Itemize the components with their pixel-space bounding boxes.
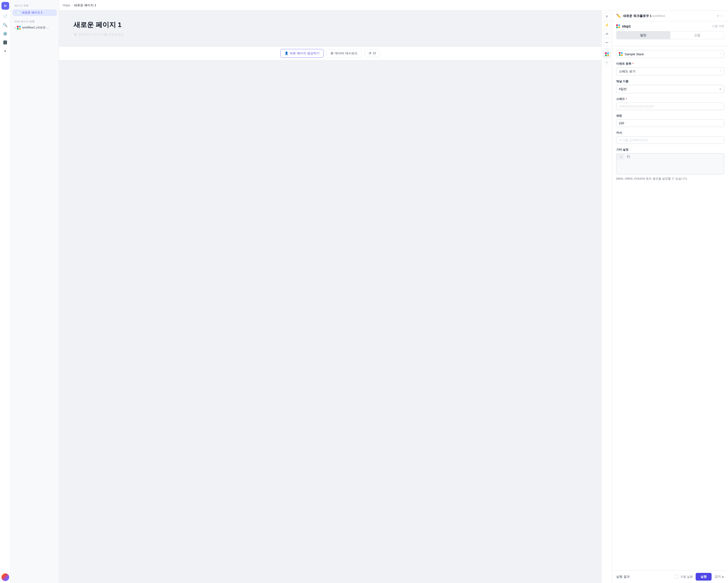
event-type-select-wrapper: 스레드 보기 ⌃ <box>616 67 724 76</box>
thread-required-mark: * <box>626 98 627 101</box>
cursor-label: 커서 <box>616 131 724 135</box>
cursor-input[interactable] <box>616 136 724 144</box>
breadcrumb: Hops / 새로운 페이지 1 <box>59 0 728 10</box>
app-icon[interactable]: H <box>1 2 9 10</box>
toolbar-bolt-btn[interactable]: ⚡ <box>603 21 611 29</box>
toolbar-share-btn[interactable]: ⇄ <box>603 30 611 38</box>
event-required-mark: * <box>632 62 633 66</box>
channel-chevron: ▼ <box>719 88 722 90</box>
page-editor[interactable]: 새로운 페이지 1 '를 입력해서 커보난드를 사용하세요 👤 AI로 페이지 … <box>59 10 601 583</box>
toolbar-history-btn[interactable]: ↩ <box>603 38 611 46</box>
sidebar-sub-item-workflow[interactable]: › workflow1 (새로운 ... <box>12 24 57 31</box>
sidebar-page-label: 새로운 페이지 1 <box>22 10 42 15</box>
connection-select[interactable]: Sample Slack ⌃ <box>616 50 724 58</box>
panel-workflow-title: 새로운 워크플로우 1 workflow1 <box>623 14 665 18</box>
step-delete-btn[interactable]: 스텝 삭제 <box>712 24 724 28</box>
toolbar-add-btn[interactable]: + <box>604 59 610 66</box>
step-section: step1 스텝 삭제 일반 고급 <box>612 21 728 46</box>
breadcrumb-current: 새로운 페이지 1 <box>74 3 96 7</box>
code-line-1: 1 {} <box>617 154 724 160</box>
code-editor[interactable]: 1 {} <box>616 153 724 174</box>
ai-btn-label: AI로 페이지 생성하기 <box>290 51 320 56</box>
connection-value: Sample Slack <box>625 52 644 56</box>
sub-chevron-icon: › <box>15 26 16 29</box>
other-settings-label: 기타 설정 <box>616 148 724 152</box>
icon-bar: H 📄 🔍 ⚙️ 🗄️ ✦ <box>0 0 10 583</box>
slack-logo-small <box>17 26 21 30</box>
limit-input[interactable] <box>616 119 724 127</box>
data-btn-label: 데이터 대시보드 <box>335 51 358 56</box>
close-panel-chevron: ∧ <box>722 575 724 579</box>
ci-icon: ⟳ <box>369 51 371 55</box>
channel-name-select[interactable]: #일반 ▼ <box>616 85 724 93</box>
nav-icon-document[interactable]: 📄 <box>1 12 9 20</box>
auto-run-area: 자동 실행 <box>675 575 693 579</box>
page-icon: 📄 <box>17 11 20 15</box>
nav-icon-search[interactable]: 🔍 <box>1 21 9 29</box>
info-text: latest, oldest, inclusive 등의 옵션을 설정할 수 있… <box>616 176 724 181</box>
thread-group: 스레드 * <box>616 97 724 110</box>
step-title-area: step1 <box>616 24 631 28</box>
panel-header: ✏️ 새로운 워크플로우 1 workflow1 » ··· <box>612 10 728 21</box>
page-title: 새로운 페이지 1 <box>73 20 587 29</box>
tab-advanced[interactable]: 고급 <box>670 31 724 39</box>
slack-icon <box>605 52 609 56</box>
workflow-icon: ✏️ <box>616 13 621 18</box>
ci-button[interactable]: ⟳ Cl <box>365 49 380 57</box>
tab-general[interactable]: 일반 <box>617 31 670 39</box>
code-line-content: {} <box>624 154 632 160</box>
other-settings-group: 기타 설정 1 {} latest, oldest, inclusive 등의 … <box>616 148 724 181</box>
limit-group: 제한 <box>616 114 724 127</box>
event-type-group: 이벤트 종류 * 스레드 보기 ⌃ <box>616 62 724 76</box>
breadcrumb-parent[interactable]: Hops <box>63 3 70 7</box>
panel-expand-btn[interactable]: » <box>717 14 719 18</box>
auto-run-checkbox[interactable] <box>675 575 678 579</box>
close-panel-btn[interactable]: 끄기 ∧ <box>714 575 724 579</box>
toolbar-hash-btn[interactable]: # <box>603 12 611 20</box>
auto-run-label: 자동 실행 <box>680 575 693 579</box>
channel-name-label: 채널 이름 <box>616 79 724 83</box>
panel-more-btn[interactable]: ··· <box>721 14 724 18</box>
chevron-icon: › <box>15 11 15 14</box>
sidebar-header: 페이지 목록 <box>12 3 57 9</box>
sidebar-item-page[interactable]: › 📄 새로운 페이지 1 <box>12 9 57 16</box>
thread-input[interactable] <box>616 103 724 110</box>
step-name: step1 <box>622 24 631 28</box>
thread-label: 스레드 * <box>616 97 724 101</box>
nav-icon-settings[interactable]: ⚙️ <box>1 30 9 38</box>
sidebar-sub-label: workflow1 (새로운 ... <box>22 26 49 30</box>
data-dashboard-button[interactable]: ⊞ 데이터 대시보드 <box>327 49 362 58</box>
breadcrumb-separator: / <box>72 3 73 7</box>
results-label: 실행 결과 <box>616 575 630 579</box>
user-avatar[interactable] <box>1 573 9 581</box>
toolbar-slack-btn[interactable] <box>603 50 611 58</box>
bottom-bar: 👤 AI로 페이지 생성하기 ⊞ 데이터 대시보드 ⟳ Cl <box>59 46 601 60</box>
panel-action-area: 자동 실행 실행 끄기 ∧ <box>675 573 724 581</box>
step-header: step1 스텝 삭제 <box>616 24 724 28</box>
limit-label: 제한 <box>616 114 724 118</box>
sidebar-sub-header: 하위 페이지 목록 <box>12 16 57 24</box>
connection-chevron: ⌃ <box>720 53 722 56</box>
main-content: Hops / 새로운 페이지 1 새로운 페이지 1 '를 입력해서 커보난드를… <box>59 0 728 583</box>
run-button[interactable]: 실행 <box>696 573 711 581</box>
step-slack-icon <box>616 24 620 28</box>
page-area: 새로운 페이지 1 '를 입력해서 커보난드를 사용하세요 👤 AI로 페이지 … <box>59 10 728 583</box>
data-icon: ⊞ <box>331 51 333 55</box>
ci-btn-label: Cl <box>373 51 376 55</box>
cursor-group: 커서 <box>616 131 724 144</box>
event-type-select[interactable]: 스레드 보기 ⌃ <box>616 67 724 76</box>
sidebar: 페이지 목록 › 📄 새로운 페이지 1 하위 페이지 목록 › workflo… <box>10 0 59 583</box>
nav-icon-star[interactable]: ✦ <box>1 47 9 55</box>
connection-slack-icon <box>619 52 623 56</box>
close-panel-label: 끄기 <box>714 575 721 579</box>
event-type-chevron: ⌃ <box>720 70 722 73</box>
right-panel: ✏️ 새로운 워크플로우 1 workflow1 » ··· <box>612 10 728 583</box>
connection-group: Sample Slack ⌃ <box>616 50 724 58</box>
panel-header-left: ✏️ 새로운 워크플로우 1 workflow1 <box>616 13 665 18</box>
event-type-label: 이벤트 종류 * <box>616 62 724 66</box>
ai-generate-button[interactable]: 👤 AI로 페이지 생성하기 <box>280 49 324 58</box>
panel-scroll[interactable]: Sample Slack ⌃ 이벤트 종류 * 스레드 보기 ⌃ <box>612 46 728 570</box>
workflow-id: workflow1 <box>652 14 665 18</box>
ai-icon: 👤 <box>285 51 288 55</box>
nav-icon-database[interactable]: 🗄️ <box>1 38 9 46</box>
